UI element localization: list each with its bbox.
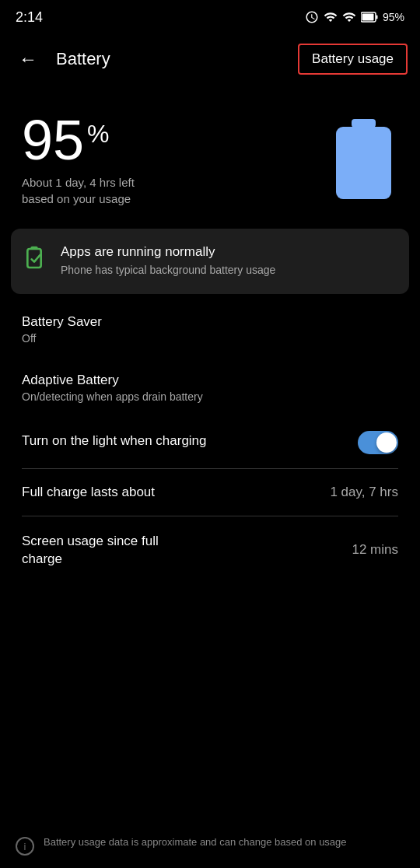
page-title: Battery bbox=[56, 49, 285, 69]
battery-large-svg bbox=[334, 119, 393, 201]
screen-usage-row: Screen usage since full charge 12 mins bbox=[0, 516, 420, 585]
svg-rect-6 bbox=[30, 247, 37, 250]
info-icon: i bbox=[16, 837, 34, 856]
charging-light-text: Turn on the light when charging bbox=[22, 433, 207, 451]
screen-usage-label: Screen usage since full charge bbox=[22, 532, 177, 569]
footer-text: Battery usage data is approximate and ca… bbox=[44, 835, 347, 849]
full-charge-value: 1 day, 7 hrs bbox=[330, 485, 398, 500]
screen-usage-value: 12 mins bbox=[352, 542, 398, 558]
battery-percentage-display: 95 % bbox=[22, 112, 328, 168]
adaptive-battery-value: On/detecting when apps drain battery bbox=[22, 390, 398, 403]
battery-saver-label: Battery Saver bbox=[22, 314, 398, 330]
battery-main-section: 95 % About 1 day, 4 hrs left based on yo… bbox=[0, 87, 420, 226]
adaptive-battery-item[interactable]: Adaptive Battery On/detecting when apps … bbox=[0, 359, 420, 417]
battery-percent-value: 95 bbox=[22, 112, 84, 168]
battery-status-icon bbox=[361, 12, 378, 23]
svg-rect-2 bbox=[376, 16, 377, 19]
status-bar: 2:14 95% bbox=[0, 0, 420, 31]
info-rows-section: Full charge lasts about 1 day, 7 hrs Scr… bbox=[0, 469, 420, 585]
charging-light-label: Turn on the light when charging bbox=[22, 433, 207, 449]
battery-time-left: About 1 day, 4 hrs left based on your us… bbox=[22, 174, 328, 207]
alarm-icon bbox=[305, 10, 319, 24]
settings-list: Battery Saver Off Adaptive Battery On/de… bbox=[0, 300, 420, 468]
header: ← Battery Battery usage bbox=[0, 31, 420, 87]
toggle-knob bbox=[376, 432, 397, 453]
full-charge-row: Full charge lasts about 1 day, 7 hrs bbox=[0, 469, 420, 516]
battery-icon-large bbox=[328, 117, 398, 202]
status-card-icon bbox=[23, 246, 48, 271]
status-card-description: Phone has typical background battery usa… bbox=[61, 263, 275, 278]
battery-usage-button[interactable]: Battery usage bbox=[298, 44, 408, 75]
charging-light-toggle[interactable] bbox=[358, 431, 398, 454]
wifi-icon bbox=[324, 10, 338, 24]
charging-light-item[interactable]: Turn on the light when charging bbox=[0, 417, 420, 468]
svg-rect-5 bbox=[27, 249, 40, 268]
battery-saver-value: Off bbox=[22, 332, 398, 345]
status-icons: 95% bbox=[305, 10, 404, 24]
signal-icon bbox=[342, 10, 356, 24]
battery-info-left: 95 % About 1 day, 4 hrs left based on yo… bbox=[22, 112, 328, 207]
full-charge-label: Full charge lasts about bbox=[22, 485, 155, 500]
battery-saver-item[interactable]: Battery Saver Off bbox=[0, 300, 420, 359]
status-card: Apps are running normally Phone has typi… bbox=[11, 229, 409, 294]
svg-rect-1 bbox=[362, 14, 373, 21]
status-card-text: Apps are running normally Phone has typi… bbox=[61, 244, 275, 278]
svg-rect-3 bbox=[352, 119, 376, 128]
svg-rect-4 bbox=[336, 127, 391, 199]
adaptive-battery-label: Adaptive Battery bbox=[22, 373, 398, 388]
battery-percent-status: 95% bbox=[383, 11, 404, 23]
status-time: 2:14 bbox=[16, 9, 43, 26]
footer-note: i Battery usage data is approximate and … bbox=[0, 823, 420, 868]
status-card-title: Apps are running normally bbox=[61, 244, 275, 260]
back-button[interactable]: ← bbox=[12, 42, 44, 76]
percent-sign: % bbox=[87, 121, 109, 146]
